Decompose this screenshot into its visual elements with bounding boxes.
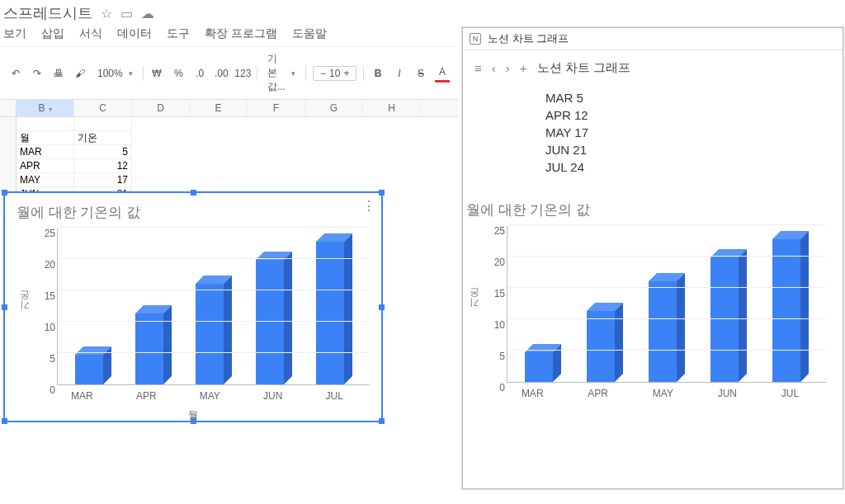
chart-xaxis: MARAPRMAYJUNJUL xyxy=(17,385,370,402)
notion-favicon-icon: N xyxy=(470,33,481,45)
chart-ytick: 10 xyxy=(45,322,55,333)
move-icon[interactable]: ▭ xyxy=(120,6,133,21)
grid-cell[interactable] xyxy=(17,117,74,131)
row-header[interactable] xyxy=(0,131,17,145)
toolbar-sep xyxy=(257,66,257,81)
chart-ytick: 5 xyxy=(499,351,505,362)
chart-xtick: JUL xyxy=(326,390,343,402)
notion-window-title: 노션 차트 그래프 xyxy=(488,31,569,46)
inc-decimal-button[interactable]: .00 xyxy=(214,64,229,82)
grid-cell[interactable]: 기온 xyxy=(74,131,132,145)
doc-title[interactable]: 스프레드시트 xyxy=(3,3,92,23)
chart-menu-icon[interactable]: ⋮ xyxy=(362,198,375,214)
column-header[interactable]: B▾ xyxy=(17,100,74,116)
list-item: JUL 24 xyxy=(545,158,843,176)
menu-insert[interactable]: 삽입 xyxy=(41,26,64,41)
resize-handle[interactable] xyxy=(191,418,196,424)
toolbar-sep xyxy=(143,66,144,81)
column-header[interactable]: F xyxy=(248,100,305,116)
resize-handle[interactable] xyxy=(379,418,385,424)
menu-tools[interactable]: 도구 xyxy=(167,26,190,41)
column-headers: B▾ C D E F G H xyxy=(0,100,458,117)
chart-xtick: APR xyxy=(136,390,157,402)
bold-button[interactable]: B xyxy=(371,64,385,82)
chart-ylabel: 기온 xyxy=(466,226,484,383)
menu-view[interactable]: 보기 xyxy=(3,26,26,41)
column-header[interactable]: H xyxy=(363,100,421,116)
list-item: MAR 5 xyxy=(545,89,843,106)
chart-bar xyxy=(316,233,352,384)
strike-button[interactable]: S xyxy=(413,64,428,82)
forward-icon[interactable]: › xyxy=(506,61,510,75)
redo-button[interactable]: ↷ xyxy=(30,64,45,82)
textcolor-button[interactable]: A xyxy=(435,64,450,82)
resize-handle[interactable] xyxy=(2,304,7,310)
resize-handle[interactable] xyxy=(379,190,385,195)
numfmt-button[interactable]: 123 xyxy=(235,64,250,82)
row-header[interactable] xyxy=(0,117,17,131)
chart-xtick: JUL xyxy=(781,388,799,399)
notion-titlebar: N 노션 차트 그래프 xyxy=(463,28,843,50)
fontsize-inc-button[interactable]: + xyxy=(340,68,352,79)
column-header[interactable]: G xyxy=(305,100,363,116)
fontsize-value: 10 xyxy=(329,68,340,79)
row-header[interactable] xyxy=(0,159,17,173)
breadcrumb[interactable]: 노션 차트 그래프 xyxy=(537,60,630,76)
row-header[interactable] xyxy=(0,173,17,187)
row-header[interactable] xyxy=(0,145,17,159)
menu-ext[interactable]: 확장 프로그램 xyxy=(205,26,277,41)
percent-button[interactable]: % xyxy=(171,64,186,82)
resize-handle[interactable] xyxy=(2,418,7,424)
menu-data[interactable]: 데이터 xyxy=(117,26,152,41)
fontsize-dec-button[interactable]: − xyxy=(317,68,329,79)
chart-ylabel: 기온 xyxy=(17,228,34,385)
currency-button[interactable]: ₩ xyxy=(149,64,164,82)
undo-button[interactable]: ↶ xyxy=(8,64,23,82)
chart-bar xyxy=(196,276,232,384)
chart-ytick: 20 xyxy=(45,259,55,271)
chart-bar xyxy=(587,303,623,382)
print-button[interactable]: 🖶 xyxy=(51,64,66,82)
embedded-chart[interactable]: ⋮ 월에 대한 기온의 값 기온 0510152025 MARAPRMAYJUN… xyxy=(3,191,383,422)
resize-handle[interactable] xyxy=(191,190,196,195)
grid-cell[interactable]: 5 xyxy=(74,145,132,159)
chart-ytick: 25 xyxy=(494,225,505,237)
chart-xaxis: MARAPRMAYJUNJUL xyxy=(466,383,826,399)
select-all-cell[interactable] xyxy=(0,100,17,116)
add-icon[interactable]: + xyxy=(520,61,527,75)
chart: 월에 대한 기온의 값 기온 0510152025 MARAPRMAYJUNJU… xyxy=(5,193,381,427)
notion-body: MAR 5 APR 12 MAY 17 JUN 21 JUL 24 xyxy=(463,81,843,176)
zoom-dropdown[interactable]: 100% xyxy=(94,68,136,79)
dec-decimal-button[interactable]: .0 xyxy=(192,64,207,82)
cloud-status-icon[interactable]: ☁ xyxy=(141,6,154,21)
grid-cell[interactable]: MAY xyxy=(17,173,74,187)
list-item: MAY 17 xyxy=(545,124,843,141)
chart-ytick: 25 xyxy=(45,228,55,239)
column-header[interactable]: E xyxy=(190,100,248,116)
grid-cell[interactable]: 17 xyxy=(74,173,132,187)
column-header[interactable]: D xyxy=(132,100,190,116)
italic-button[interactable]: I xyxy=(392,64,407,82)
chart-xtick: JUN xyxy=(718,388,737,399)
font-dropdown[interactable]: 기본값... xyxy=(264,52,300,94)
grid-cell[interactable] xyxy=(74,117,132,131)
notion-window: N 노션 차트 그래프 ≡ ‹ › + 노션 차트 그래프 MAR 5 APR … xyxy=(462,27,843,489)
sheets-window: 스프레드시트 ☆ ▭ ☁ 보기 삽입 서식 데이터 도구 확장 프로그램 도움말… xyxy=(0,0,458,504)
back-icon[interactable]: ‹ xyxy=(492,61,496,75)
grid-cell[interactable]: 월 xyxy=(17,131,74,145)
paint-format-button[interactable]: 🖌 xyxy=(73,64,87,82)
grid-cell[interactable]: 12 xyxy=(74,159,132,173)
resize-handle[interactable] xyxy=(2,190,7,195)
star-icon[interactable]: ☆ xyxy=(101,6,112,21)
fontsize-stepper[interactable]: − 10 + xyxy=(313,66,356,81)
resize-handle[interactable] xyxy=(379,304,385,310)
menu-help[interactable]: 도움말 xyxy=(292,26,327,41)
menu-icon[interactable]: ≡ xyxy=(474,61,482,75)
grid-cell[interactable]: MAR xyxy=(17,145,74,159)
chart-ytick: 0 xyxy=(50,384,55,396)
chart-ytick: 20 xyxy=(494,257,505,268)
chart-ytick: 15 xyxy=(45,290,55,302)
menu-format[interactable]: 서식 xyxy=(79,26,102,41)
grid-cell[interactable]: APR xyxy=(17,159,74,173)
column-header[interactable]: C xyxy=(74,100,132,116)
